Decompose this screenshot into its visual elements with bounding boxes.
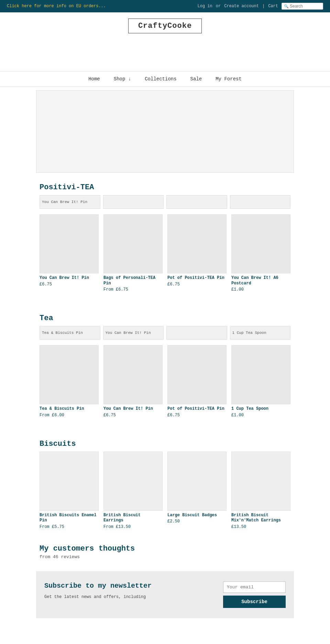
nav-item-shop[interactable]: Shop ↓ [114,76,131,82]
bracket-separator: | [262,4,265,9]
product-price: £2.50 [167,519,227,524]
main-nav: Home Shop ↓ Collections Sale My Forest [0,71,330,87]
product-name: Bags of Personali-TEA Pin [103,275,163,286]
cart-link[interactable]: Cart [268,4,278,9]
product-name: You Can Brew It! Pin [103,406,163,412]
product-price: £6.75 [167,413,227,418]
product-grid-biscuits: British Biscuits Enamel Pin From £5.75 B… [40,452,290,529]
section-tea: Tea Tea & Biscuits Pin You Can Brew It! … [36,307,294,433]
product-card[interactable]: Large Biscuit Badges £2.50 [167,452,227,529]
login-link[interactable]: Log in [198,4,212,9]
product-card[interactable]: Pot of Positivi-TEA Pin £6.75 [167,345,227,418]
product-name: 1 Cup Tea Spoon [231,406,290,412]
product-image [40,345,99,404]
thumb-item-2[interactable] [166,326,227,340]
nav-item-home[interactable]: Home [88,76,100,82]
product-card[interactable]: You Can Brew It! A6 Postcard £1.00 [231,214,290,292]
product-price: From £6.75 [103,287,163,292]
product-price: £1.00 [231,413,290,418]
product-card[interactable]: British Biscuits Enamel Pin From £5.75 [40,452,99,529]
product-card[interactable]: Pot of Positivi-TEA Pin £6.75 [167,214,227,292]
product-price: £6.75 [103,413,163,418]
product-card[interactable]: British Biscuit Mix'n'Match Earrings £13… [231,452,290,529]
promo-text[interactable]: Click here for more info on EU orders... [7,4,106,9]
product-image [103,452,163,511]
search-input[interactable] [290,4,321,9]
thumb-item-1[interactable]: You Can Brew It! Pin [103,326,164,340]
site-header: CraftyCooke [0,12,330,37]
thumb-item-3[interactable] [230,195,291,209]
reviews-section: My customers thoughts from 46 reviews [36,544,294,571]
create-account-link[interactable]: Create account [224,4,259,9]
section-title-positivi-tea: Positivi-TEA [40,183,290,192]
newsletter-right: Subscribe [223,581,286,608]
product-name: Pot of Positivi-TEA Pin [167,275,227,281]
search-icon: 🔍 [284,4,289,9]
nav-item-collections[interactable]: Collections [145,76,176,82]
product-price: £13.50 [231,524,290,529]
product-card[interactable]: You Can Brew It! Pin £6.75 [40,214,99,292]
product-price: From £6.00 [40,413,99,418]
product-price: £6.75 [40,282,99,287]
product-image [103,345,163,404]
product-name: Large Biscuit Badges [167,513,227,518]
product-card[interactable]: Bags of Personali-TEA Pin From £6.75 [103,214,163,292]
product-name: British Biscuit Mix'n'Match Earrings [231,513,290,523]
product-name: British Biscuit Earrings [103,513,163,523]
nav-item-my-forest[interactable]: My Forest [216,76,242,82]
product-card[interactable]: 1 Cup Tea Spoon £1.00 [231,345,290,418]
product-image [231,345,290,404]
product-name: British Biscuits Enamel Pin [40,513,99,523]
banner-area [0,37,330,71]
product-image [231,214,290,273]
product-image [167,345,227,404]
thumb-strip-tea: Tea & Biscuits Pin You Can Brew It! Pin … [40,326,290,340]
product-image [167,214,227,273]
product-card[interactable]: Tea & Biscuits Pin From £6.00 [40,345,99,418]
newsletter-description: Get the latest news and offers, includin… [44,594,213,600]
top-bar: Click here for more info on EU orders...… [0,0,330,12]
thumb-item-1[interactable] [103,195,164,209]
reviews-title: My customers thoughts [40,544,290,553]
thumb-item-0[interactable]: Tea & Biscuits Pin [40,326,100,340]
email-input[interactable] [223,581,286,593]
product-name: Tea & Biscuits Pin [40,406,99,412]
hero-image [36,90,294,173]
thumb-item-0[interactable]: You Can Brew It! Pin [40,195,100,209]
product-name: Pot of Positivi-TEA Pin [167,406,227,412]
thumb-strip-positivi-tea: You Can Brew It! Pin [40,195,290,209]
or-separator: or [216,4,221,9]
section-title-tea: Tea [40,314,290,323]
product-price: £6.75 [167,282,227,287]
product-name: You Can Brew It! A6 Postcard [231,275,290,286]
product-image [40,452,99,511]
product-card[interactable]: You Can Brew It! Pin £6.75 [103,345,163,418]
product-grid-tea: Tea & Biscuits Pin From £6.00 You Can Br… [40,345,290,418]
product-card[interactable]: British Biscuit Earrings From £13.50 [103,452,163,529]
thumb-item-3[interactable]: 1 Cup Tea Spoon [230,326,291,340]
newsletter-title: Subscribe to my newsletter [44,581,213,590]
product-grid-positivi-tea: You Can Brew It! Pin £6.75 Bags of Perso… [40,214,290,292]
product-image [40,214,99,273]
section-positivi-tea: Positivi-TEA You Can Brew It! Pin You Ca… [36,176,294,307]
product-image [231,452,290,511]
product-image [103,214,163,273]
newsletter-box: Subscribe to my newsletter Get the lates… [36,571,294,618]
section-biscuits: Biscuits British Biscuits Enamel Pin Fro… [36,433,294,544]
site-logo[interactable]: CraftyCooke [128,19,202,33]
product-image [167,452,227,511]
thumb-item-2[interactable] [166,195,227,209]
reviews-count: from 46 reviews [40,554,290,560]
product-price: £1.00 [231,287,290,292]
product-price: From £5.75 [40,524,99,529]
newsletter-left: Subscribe to my newsletter Get the lates… [44,581,213,600]
subscribe-button[interactable]: Subscribe [223,596,286,608]
section-title-biscuits: Biscuits [40,440,290,448]
search-box[interactable]: 🔍 [282,3,323,10]
top-bar-right: Log in or Create account | Cart 🔍 [198,3,323,10]
nav-item-sale[interactable]: Sale [190,76,202,82]
product-name: You Can Brew It! Pin [40,275,99,281]
product-price: From £13.50 [103,524,163,529]
